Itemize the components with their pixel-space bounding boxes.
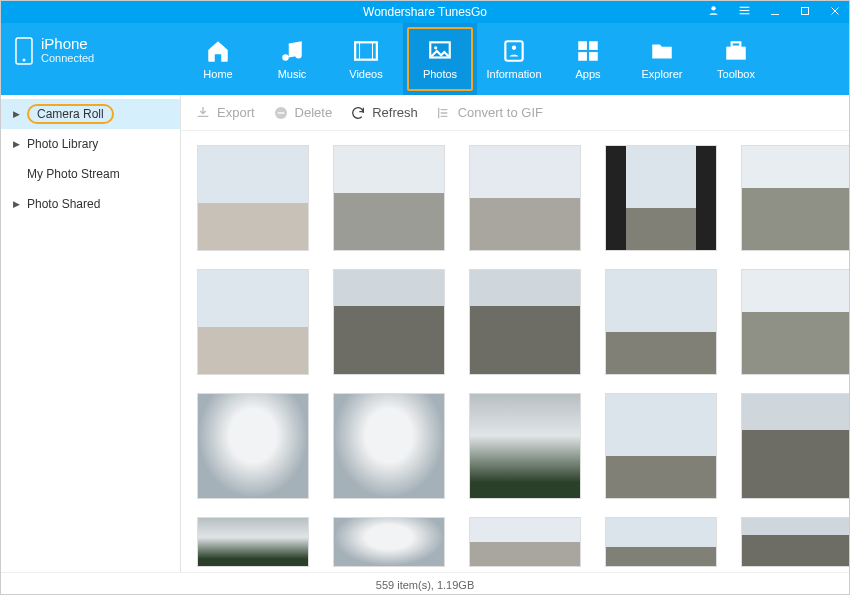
nav-label: Toolbox <box>717 68 755 80</box>
nav: Home Music Videos Photos Information App… <box>181 23 849 95</box>
nav-label: Information <box>486 68 541 80</box>
convert-label: Convert to GIF <box>458 105 543 120</box>
photo-thumb[interactable] <box>741 393 849 499</box>
sidebar-item-photo-shared[interactable]: ▶ Photo Shared <box>1 189 180 219</box>
nav-photos[interactable]: Photos <box>403 23 477 95</box>
nav-apps[interactable]: Apps <box>551 23 625 95</box>
chevron-right-icon: ▶ <box>13 139 21 149</box>
photo-thumb[interactable] <box>197 517 309 567</box>
photo-grid <box>197 145 833 567</box>
svg-rect-4 <box>771 14 779 15</box>
delete-button[interactable]: Delete <box>273 105 333 121</box>
delete-label: Delete <box>295 105 333 120</box>
sidebar-item-photo-library[interactable]: ▶ Photo Library <box>1 129 180 159</box>
svg-point-16 <box>512 46 516 50</box>
main: ▶ Camera Roll ▶ Photo Library My Photo S… <box>1 95 849 572</box>
window-controls <box>703 1 845 23</box>
svg-rect-1 <box>740 7 750 8</box>
minimize-button[interactable] <box>765 5 785 20</box>
photo-thumb[interactable] <box>333 517 445 567</box>
maximize-button[interactable] <box>795 5 815 20</box>
header: iPhone Connected Home Music Videos Photo… <box>1 23 849 95</box>
sidebar-item-label: Photo Library <box>27 136 98 152</box>
svg-rect-17 <box>578 41 587 50</box>
nav-home[interactable]: Home <box>181 23 255 95</box>
svg-rect-2 <box>740 10 750 11</box>
sidebar-item-label: Photo Shared <box>27 196 100 212</box>
titlebar: Wondershare TunesGo <box>1 1 849 23</box>
photo-thumb[interactable] <box>333 145 445 251</box>
sidebar-item-camera-roll[interactable]: ▶ Camera Roll <box>1 99 180 129</box>
svg-point-0 <box>711 6 715 10</box>
sidebar-item-label: Camera Roll <box>27 104 114 124</box>
device-name: iPhone <box>41 35 94 52</box>
photo-thumb[interactable] <box>197 145 309 251</box>
nav-label: Explorer <box>642 68 683 80</box>
nav-music[interactable]: Music <box>255 23 329 95</box>
photo-thumb[interactable] <box>605 145 717 251</box>
svg-point-14 <box>434 46 437 49</box>
svg-rect-3 <box>740 13 750 14</box>
close-button[interactable] <box>825 5 845 20</box>
chevron-right-icon: ▶ <box>13 199 21 209</box>
convert-gif-button[interactable]: Convert to GIF <box>436 105 543 121</box>
toolbar: Export Delete Refresh Convert to GIF <box>181 95 849 131</box>
photo-thumb[interactable] <box>741 517 849 567</box>
photo-thumb[interactable] <box>333 269 445 375</box>
photo-grid-scroll[interactable] <box>181 131 849 572</box>
nav-videos[interactable]: Videos <box>329 23 403 95</box>
photo-thumb[interactable] <box>197 269 309 375</box>
menu-icon[interactable] <box>734 4 755 20</box>
refresh-label: Refresh <box>372 105 418 120</box>
svg-rect-22 <box>732 42 741 46</box>
nav-label: Photos <box>423 68 457 80</box>
user-icon[interactable] <box>703 4 724 20</box>
photo-thumb[interactable] <box>469 145 581 251</box>
content: Export Delete Refresh Convert to GIF <box>181 95 849 572</box>
nav-information[interactable]: Information <box>477 23 551 95</box>
status-text: 559 item(s), 1.19GB <box>376 579 474 591</box>
photo-thumb[interactable] <box>197 393 309 499</box>
nav-explorer[interactable]: Explorer <box>625 23 699 95</box>
svg-rect-15 <box>505 41 522 61</box>
export-button[interactable]: Export <box>195 105 255 121</box>
svg-rect-20 <box>589 52 598 61</box>
photo-thumb[interactable] <box>605 393 717 499</box>
sidebar-item-my-photo-stream[interactable]: My Photo Stream <box>1 159 180 189</box>
photo-thumb[interactable] <box>741 145 849 251</box>
nav-toolbox[interactable]: Toolbox <box>699 23 773 95</box>
sidebar-item-label: My Photo Stream <box>27 166 120 182</box>
device-panel[interactable]: iPhone Connected <box>1 23 181 95</box>
photo-thumb[interactable] <box>605 517 717 567</box>
nav-label: Home <box>203 68 232 80</box>
refresh-button[interactable]: Refresh <box>350 105 418 121</box>
status-bar: 559 item(s), 1.19GB <box>1 572 849 595</box>
svg-rect-21 <box>726 47 746 60</box>
photo-thumb[interactable] <box>605 269 717 375</box>
sidebar: ▶ Camera Roll ▶ Photo Library My Photo S… <box>1 95 181 572</box>
nav-label: Music <box>278 68 307 80</box>
phone-icon <box>15 37 33 68</box>
app-title: Wondershare TunesGo <box>363 5 487 19</box>
photo-thumb[interactable] <box>333 393 445 499</box>
svg-rect-18 <box>589 41 598 50</box>
svg-point-9 <box>23 59 26 62</box>
svg-rect-19 <box>578 52 587 61</box>
photo-thumb[interactable] <box>469 393 581 499</box>
svg-rect-10 <box>355 42 377 59</box>
export-label: Export <box>217 105 255 120</box>
photo-thumb[interactable] <box>469 269 581 375</box>
svg-rect-24 <box>277 112 284 113</box>
photo-thumb[interactable] <box>469 517 581 567</box>
photo-thumb[interactable] <box>741 269 849 375</box>
chevron-right-icon: ▶ <box>13 109 21 119</box>
device-status: Connected <box>41 52 94 64</box>
nav-label: Videos <box>349 68 382 80</box>
nav-label: Apps <box>575 68 600 80</box>
svg-rect-5 <box>802 7 809 14</box>
